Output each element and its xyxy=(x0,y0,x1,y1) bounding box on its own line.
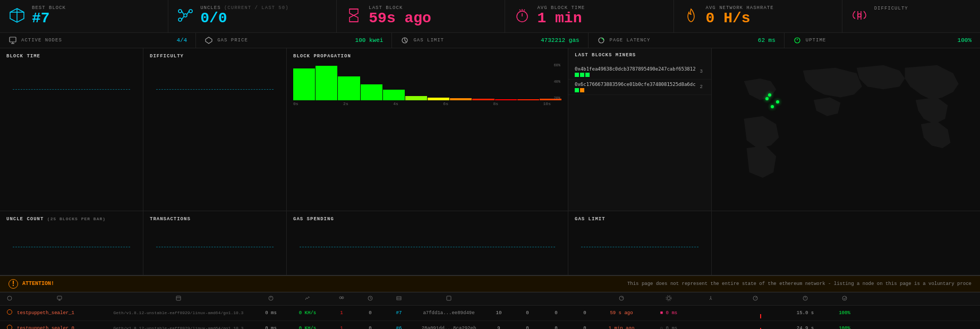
node-gas2: 0 xyxy=(572,326,598,329)
node-gas2: 0 xyxy=(572,310,598,316)
node-gas1: 0 xyxy=(543,326,569,329)
node-blocktime: 24.9 s xyxy=(784,326,826,329)
miner-bar xyxy=(585,73,590,77)
avg-block-time-stat: AVG BLOCK TIME 1 min xyxy=(505,0,674,32)
node-propagation: ○ 0 ms xyxy=(645,326,693,329)
transactions-panel: TRANSACTIONS xyxy=(143,211,287,275)
svg-point-48 xyxy=(667,297,670,300)
node-gas1: 0 xyxy=(543,310,569,316)
miner-row-2: 0x6c1766673883596ce01b0cfe3748081525d8a6… xyxy=(568,80,711,95)
active-nodes-label: ACTIVE NODES xyxy=(21,38,62,43)
svg-line-16 xyxy=(524,10,525,11)
col-lastupdate xyxy=(600,295,643,302)
gas-limit-icon xyxy=(400,36,409,45)
node-lastupdate: 59 s ago xyxy=(600,310,643,316)
node-uptime: 100% xyxy=(829,326,860,329)
miner-count-1: 3 xyxy=(700,69,703,74)
svg-line-26 xyxy=(405,40,406,42)
uncles-stat: UNCLES (CURRENT / LAST 50) 0/0 xyxy=(168,0,337,32)
node-latency: 0 ms xyxy=(255,326,287,329)
node-pending: 0 xyxy=(357,326,384,329)
node-blockhash: 28a091dd...8ca292eb xyxy=(414,326,483,329)
col-fork xyxy=(695,295,727,302)
page-latency-info: PAGE LATENCY 62 ms xyxy=(589,33,785,48)
cube-icon xyxy=(8,7,25,25)
avg-block-time-value: 1 min xyxy=(537,11,585,27)
map-bottom-panel xyxy=(712,211,980,275)
last-block-value: 59s ago xyxy=(369,11,431,27)
svg-point-57 xyxy=(842,296,847,300)
gas-limit-value: 4732212 gas xyxy=(541,37,580,44)
miner-hash-1: 0x4b1fea49638c0dcb3787895490e247cabf6538… xyxy=(575,66,696,72)
miner-hash-2: 0x6c1766673883596ce01b0cfe3748081525d8a6… xyxy=(575,82,696,87)
last-blocks-miners-panel: LAST BLOCKS MINERS 0x4b1fea49638c0dcb378… xyxy=(568,48,712,211)
attention-bar: ! ATTENTION! This page does not represen… xyxy=(0,275,980,292)
node-block: #7 xyxy=(386,310,412,316)
attention-message: This page does not represent the entire … xyxy=(627,281,972,287)
miner-row-1: 0x4b1fea49638c0dcb3787895490e247cabf6538… xyxy=(568,64,711,80)
svg-point-4 xyxy=(178,10,182,13)
difficulty-value xyxy=(874,11,908,26)
table-row[interactable]: testpuppeth_sealer_0 Geth/v1.8.12-unstab… xyxy=(0,321,980,329)
miner-bar xyxy=(580,73,584,77)
svg-point-47 xyxy=(619,296,624,300)
block-time-panel: BLOCK TIME xyxy=(0,48,143,211)
col-blockhash xyxy=(414,295,483,302)
node-version: Geth/v1.8.12-unstable-eaff8929/linux-amd… xyxy=(104,310,253,315)
svg-line-8 xyxy=(187,11,189,14)
attention-icon: ! xyxy=(8,279,18,289)
node-hashrate: 0 KH/s xyxy=(289,326,326,329)
status-indicator xyxy=(4,325,15,329)
gas-price-info: GAS PRICE 100 kwei xyxy=(196,33,392,48)
transactions-title: TRANSACTIONS xyxy=(150,217,280,222)
node-uncles: 10 xyxy=(485,310,512,316)
svg-marker-23 xyxy=(206,37,212,44)
svg-point-3 xyxy=(184,14,187,17)
monitor-icon xyxy=(8,36,17,45)
svg-point-38 xyxy=(339,297,342,299)
node-uptime: 100% xyxy=(829,310,860,316)
timer-icon xyxy=(514,7,531,25)
node-uncles: 9 xyxy=(485,326,512,329)
avg-hashrate-value: 0 H/s xyxy=(706,11,774,27)
uptime-info: UPTIME 100% xyxy=(785,33,980,48)
col-propagation xyxy=(645,295,693,302)
gas-price-icon xyxy=(204,36,213,45)
map-node-dot xyxy=(771,105,774,108)
uptime-label: UPTIME xyxy=(806,38,826,43)
node-blockhash: a7fdd1a...ee89d49e xyxy=(414,310,483,316)
gas-spending-title: GAS SPENDING xyxy=(293,217,561,222)
world-map-svg xyxy=(712,48,980,211)
best-block-value: #7 xyxy=(32,11,66,27)
svg-point-30 xyxy=(7,296,12,300)
node-latency2 xyxy=(729,323,782,329)
node-lastupdate: 1 min ago xyxy=(600,326,643,329)
attention-label: ATTENTION! xyxy=(22,281,54,287)
col-peers xyxy=(328,295,355,302)
block-propagation-panel: BLOCK PROPAGATION 60% 40% 20% xyxy=(287,48,568,211)
gas-limit-panel: GAS LIMIT xyxy=(568,211,712,275)
svg-line-9 xyxy=(182,16,184,20)
difficulty-label: DIFFICULTY xyxy=(874,6,908,11)
miner-bar xyxy=(575,73,579,77)
col-hashrate xyxy=(289,295,326,302)
miner-bar xyxy=(580,88,584,92)
svg-rect-46 xyxy=(447,296,451,300)
table-row[interactable]: testpuppeth_sealer_1 Geth/v1.8.12-unstab… xyxy=(0,306,980,321)
col-block xyxy=(386,295,412,302)
node-table-header xyxy=(0,292,980,306)
miner-bar xyxy=(575,88,579,92)
difficulty-stat: DIFFICULTY xyxy=(842,0,980,32)
node-tx: 0 xyxy=(514,326,541,329)
col-blocktime xyxy=(784,295,826,302)
svg-point-5 xyxy=(189,10,192,13)
svg-line-7 xyxy=(182,11,184,14)
svg-rect-20 xyxy=(10,37,16,42)
uptime-value: 100% xyxy=(958,37,972,44)
flame-icon xyxy=(683,7,700,25)
node-latency2 xyxy=(729,308,782,318)
charts-row-2: UNCLE COUNT (25 BLOCKS PER BAR) TRANSACT… xyxy=(0,211,980,275)
uncle-count-title: UNCLE COUNT (25 BLOCKS PER BAR) xyxy=(6,217,137,222)
last-block-stat: LAST BLOCK 59s ago xyxy=(337,0,505,32)
col-name xyxy=(17,295,102,302)
